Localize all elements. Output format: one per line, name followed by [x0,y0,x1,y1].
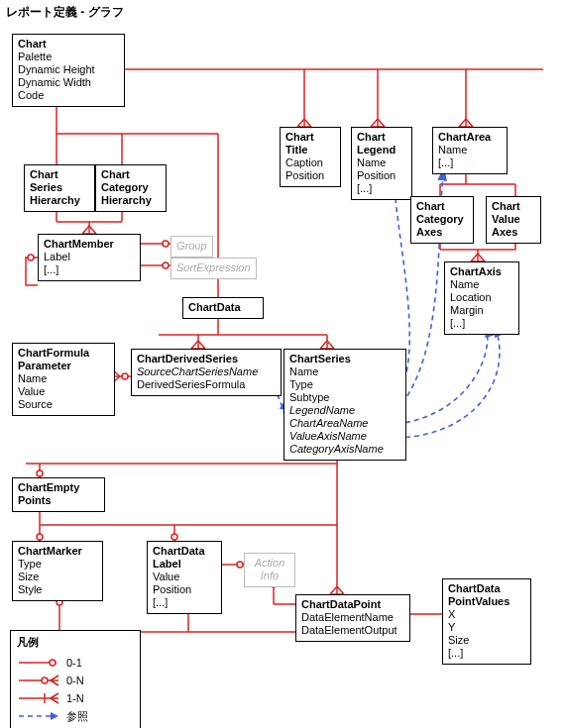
svg-point-14 [28,255,34,260]
box-action-info: Action Info [244,553,295,587]
box-row: Source [18,398,109,411]
box-row: Subtype [289,391,400,404]
box-row: Location [450,291,513,304]
legend-title: 凡例 [17,635,134,650]
legend-row-1-n: 1-N [17,689,134,707]
box-row: Name [357,156,406,169]
box-chart: Chart Palette Dynamic Height Dynamic Wid… [12,34,125,107]
box-title: Chart Legend [357,131,406,156]
box-chart-category-axes: Chart Category Axes [410,196,474,244]
box-row: [...] [153,596,216,609]
svg-point-42 [37,534,43,540]
box-title: Chart Category Hierarchy [101,168,161,207]
box-chart-axis: ChartAxis Name Location Margin [...] [444,261,519,335]
box-row: LegendName [289,404,400,417]
box-chart-member: ChartMember Label [...] [38,234,141,281]
box-title: ChartData [188,301,258,314]
legend-row-0-1: 0-1 [17,654,134,672]
box-row: Margin [450,304,513,317]
box-row: SourceChartSeriesName [137,365,276,378]
box-row: Dynamic Width [18,76,119,89]
legend: 凡例 0-1 0-N 1-N 参照 [10,630,141,728]
legend-label: 0-1 [66,657,82,669]
box-row: Value [153,571,216,583]
box-row: [...] [44,263,135,276]
box-row: [...] [448,647,525,660]
box-row: Value [18,385,109,398]
legend-row-0-n: 0-N [17,672,134,689]
box-title: ChartMarker [18,545,97,558]
box-title: ChartDerivedSeries [137,353,276,365]
box-title: Group [176,240,207,252]
box-row: Position [357,169,406,182]
legend-label: 0-N [66,675,84,686]
box-row: Style [18,583,97,596]
box-chart-data-point: ChartDataPoint DataElementName DataEleme… [295,594,410,642]
box-row: [...] [438,156,502,169]
box-row: Type [289,378,400,391]
box-chart-data: ChartData [182,297,264,319]
box-chart-formula-parameter: ChartFormula Parameter Name Value Source [12,343,115,416]
box-title: ChartArea [438,131,502,144]
box-chart-series-hierarchy: Chart Series Hierarchy [24,164,95,212]
box-title: ChartEmpty Points [18,481,99,507]
box-row: DataElementOutput [301,624,404,637]
legend-label: 参照 [66,709,88,724]
box-chart-marker: ChartMarker Type Size Style [12,541,103,601]
box-title: Chart Value Axes [492,200,535,239]
box-row: Name [438,144,502,156]
box-row: Palette [18,51,119,63]
legend-symbol-1-n [17,691,60,705]
legend-symbol-ref [17,709,60,723]
svg-point-58 [50,660,56,666]
box-chart-series: ChartSeries Name Type Subtype LegendName… [283,349,406,461]
box-row: CategoryAxisName [289,443,400,456]
box-title: ChartData PointValues [448,582,525,608]
box-chart-data-point-values: ChartData PointValues X Y Size [...] [442,578,531,665]
box-row: Size [18,571,97,583]
box-row: ChartAreaName [289,417,400,430]
box-row: Size [448,634,525,647]
svg-point-16 [163,241,169,247]
box-chart-area: ChartArea Name [...] [432,127,508,174]
box-chart-title: Chart Title Caption Position [280,127,341,187]
box-title: Chart Series Hierarchy [30,168,89,207]
box-sort-expression: SortExpression [170,258,257,279]
box-row: Position [153,583,216,596]
box-row: X [448,608,525,621]
legend-row-ref: 参照 [17,707,134,725]
box-row: Caption [285,156,335,169]
box-title: ChartDataPoint [301,598,404,611]
box-row: ValueAxisName [289,430,400,443]
box-row: [...] [357,182,406,195]
box-title: ChartFormula Parameter [18,347,109,372]
svg-point-18 [163,262,169,268]
box-title: ChartMember [44,238,135,251]
box-chart-value-axes: Chart Value Axes [486,196,541,244]
box-row: Code [18,89,119,102]
box-row: Position [285,169,335,182]
box-chart-derived-series: ChartDerivedSeries SourceChartSeriesName… [131,349,282,396]
box-row: Dynamic Height [18,63,119,76]
svg-point-38 [37,470,43,476]
box-row: DataElementName [301,611,404,624]
svg-point-60 [42,677,48,683]
box-row: Type [18,558,97,571]
box-chart-data-label: ChartData Label Value Position [...] [147,541,222,614]
box-title: Action Info [255,557,285,581]
box-title: Chart Title [285,131,335,156]
legend-symbol-0-n [17,674,60,687]
box-group: Group [170,236,213,258]
svg-point-44 [171,534,177,540]
box-title: ChartSeries [289,353,400,365]
box-title: Chart [18,38,119,51]
legend-symbol-0-1 [17,656,60,670]
svg-point-46 [237,562,243,568]
box-row: Name [18,372,109,385]
box-row: [...] [450,317,513,330]
box-title: SortExpression [176,261,251,273]
svg-point-34 [122,373,128,379]
box-row: Name [450,278,513,291]
box-chart-category-hierarchy: Chart Category Hierarchy [95,164,167,212]
box-chart-legend: Chart Legend Name Position [...] [351,127,412,200]
